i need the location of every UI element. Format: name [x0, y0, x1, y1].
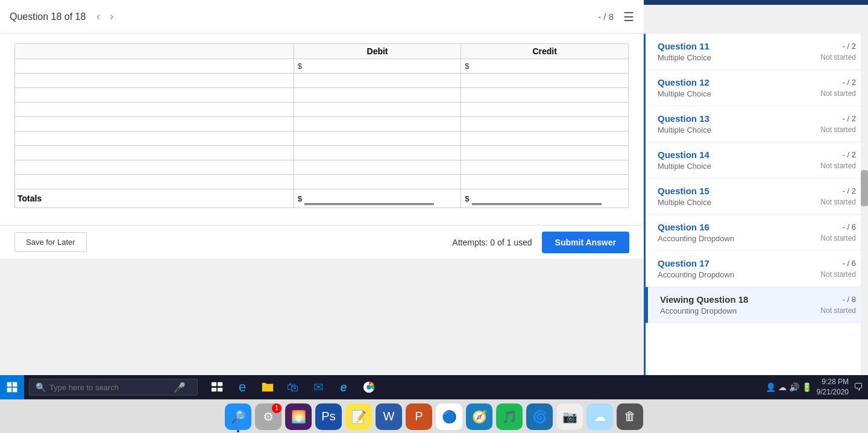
- desc-input-4[interactable]: [17, 118, 291, 130]
- total-credit-input[interactable]: [472, 192, 602, 205]
- desc-input-5[interactable]: [17, 133, 291, 144]
- sidebar-item-q16[interactable]: Question 16 - / 6 Accounting Dropdown No…: [646, 215, 868, 251]
- desc-cell-7: [15, 160, 294, 175]
- taskbar-store-icon[interactable]: 🛍: [281, 375, 305, 399]
- debit-input-1[interactable]: [297, 75, 459, 86]
- desc-input-8[interactable]: [17, 176, 291, 188]
- sidebar-item-sub-12: Multiple Choice Not started: [658, 89, 856, 98]
- desc-input-6[interactable]: [17, 147, 291, 159]
- taskbar-mail-icon[interactable]: ✉: [306, 375, 330, 399]
- dock-icon-cloud[interactable]: ☁: [587, 403, 613, 430]
- credit-input-2[interactable]: [464, 89, 626, 101]
- debit-input-2[interactable]: [297, 89, 459, 101]
- dock-icon-trash[interactable]: 🗑: [617, 403, 643, 430]
- taskbar-explorer-icon[interactable]: [256, 375, 280, 399]
- sidebar-item-score-18: - / 8: [843, 295, 856, 304]
- content-column: Debit Credit $ $: [0, 34, 644, 375]
- mac-dock: 🔎⚙1🌅Ps📝WP🔵🧭🎵🌀📷☁🗑: [0, 399, 868, 433]
- start-button[interactable]: [0, 375, 24, 399]
- debit-input-5[interactable]: [297, 133, 459, 144]
- sidebar-item-q14[interactable]: Question 14 - / 2 Multiple Choice Not st…: [646, 142, 868, 179]
- desc-input-1[interactable]: [17, 75, 291, 86]
- debit-input-3[interactable]: [297, 104, 459, 115]
- table-row: [15, 175, 629, 189]
- dock-icon-lightroom[interactable]: 🌅: [285, 403, 312, 430]
- credit-input-6[interactable]: [464, 147, 626, 159]
- svg-rect-0: [7, 382, 12, 387]
- desc-cell-8: [15, 175, 294, 189]
- dock-icon-finder[interactable]: 🔎: [225, 403, 251, 430]
- dock-icon-mercury[interactable]: 🌀: [526, 403, 553, 430]
- credit-header: Credit: [461, 44, 629, 59]
- next-question-button[interactable]: ›: [106, 9, 117, 24]
- credit-input-1[interactable]: [464, 75, 626, 86]
- dock-icon-system-preferences[interactable]: ⚙1: [255, 403, 281, 430]
- submit-answer-button[interactable]: Submit Answer: [542, 232, 629, 253]
- desc-input-2[interactable]: [17, 89, 291, 101]
- dock-icon-safari[interactable]: 🧭: [466, 403, 492, 430]
- sidebar-item-type-15: Multiple Choice: [658, 198, 711, 207]
- prev-question-button[interactable]: ‹: [93, 9, 104, 24]
- sidebar-item-q18[interactable]: Viewing Question 18 - / 8 Accounting Dro…: [646, 287, 868, 323]
- credit-dollar-icon: $: [464, 62, 470, 71]
- sidebar-item-q11[interactable]: Question 11 - / 2 Multiple Choice Not st…: [646, 34, 868, 70]
- credit-cell-1: [461, 74, 629, 88]
- notification-icon[interactable]: 🗨: [854, 382, 863, 393]
- credit-input-4[interactable]: [464, 118, 626, 130]
- dock-icon-word[interactable]: W: [376, 403, 402, 430]
- window-body: Debit Credit $ $: [0, 34, 868, 375]
- credit-input-3[interactable]: [464, 104, 626, 115]
- credit-input-0[interactable]: [472, 60, 602, 72]
- scroll-thumb[interactable]: [861, 170, 868, 206]
- credit-input-7[interactable]: [464, 162, 626, 173]
- attempts-text: Attempts: 0 of 1 used: [452, 238, 532, 247]
- dock-icon-notes[interactable]: 📝: [345, 403, 372, 430]
- svg-rect-1: [13, 382, 17, 387]
- taskbar: 🔍 🎤 e 🛍 ✉ e: [0, 375, 868, 399]
- credit-input-5[interactable]: [464, 133, 626, 144]
- taskbar-search-box[interactable]: 🔍 🎤: [29, 379, 198, 396]
- dock-icon-spotify[interactable]: 🎵: [496, 403, 523, 430]
- network-icon: ☁: [778, 382, 787, 392]
- svg-rect-7: [218, 388, 222, 391]
- debit-input-6[interactable]: [297, 147, 459, 159]
- sidebar-item-score-11: - / 2: [843, 42, 856, 51]
- taskbar-chrome-icon[interactable]: [357, 375, 381, 399]
- debit-cell-4: [294, 117, 461, 131]
- sidebar-item-q12[interactable]: Question 12 - / 2 Multiple Choice Not st…: [646, 70, 868, 106]
- sidebar-item-status-12: Not started: [820, 89, 856, 98]
- sidebar-item-q15[interactable]: Question 15 - / 2 Multiple Choice Not st…: [646, 179, 868, 215]
- dock-icon-photos[interactable]: 📷: [556, 403, 583, 430]
- list-icon[interactable]: ☰: [623, 10, 634, 24]
- debit-input-7[interactable]: [297, 162, 459, 173]
- taskbar-taskview-icon[interactable]: [205, 375, 229, 399]
- debit-input-8[interactable]: [297, 176, 459, 188]
- desc-input-3[interactable]: [17, 104, 291, 115]
- table-row: [15, 146, 629, 160]
- debit-input-0[interactable]: [304, 60, 434, 72]
- taskbar-edge-icon[interactable]: e: [230, 375, 254, 399]
- table-row: [15, 88, 629, 103]
- save-later-button[interactable]: Save for Later: [14, 232, 87, 252]
- taskbar-search-input[interactable]: [49, 383, 170, 392]
- dock-icon-photoshop[interactable]: Ps: [315, 403, 342, 430]
- debit-input-4[interactable]: [297, 118, 459, 130]
- sidebar-item-q17[interactable]: Question 17 - / 6 Accounting Dropdown No…: [646, 251, 868, 287]
- svg-rect-4: [212, 382, 216, 386]
- credit-input-8[interactable]: [464, 176, 626, 188]
- taskbar-ie-icon[interactable]: e: [332, 375, 356, 399]
- taskbar-clock[interactable]: 9:28 PM 9/21/2020: [817, 377, 849, 397]
- dock-icon-powerpoint[interactable]: P: [406, 403, 432, 430]
- battery-icon: 🔋: [802, 382, 812, 392]
- people-icon: 👤: [766, 382, 776, 392]
- sidebar-item-type-11: Multiple Choice: [658, 53, 711, 62]
- table-row: [15, 74, 629, 88]
- credit-cell-6: [461, 146, 629, 160]
- desc-input-0[interactable]: [17, 60, 291, 72]
- sidebar-item-q13[interactable]: Question 13 - / 2 Multiple Choice Not st…: [646, 106, 868, 142]
- dock-icon-chrome-dock[interactable]: 🔵: [436, 403, 462, 430]
- question-nav-label: Question 18 of 18: [10, 11, 86, 22]
- desc-input-7[interactable]: [17, 162, 291, 173]
- microphone-icon: 🎤: [174, 382, 186, 393]
- total-debit-input[interactable]: [304, 192, 434, 205]
